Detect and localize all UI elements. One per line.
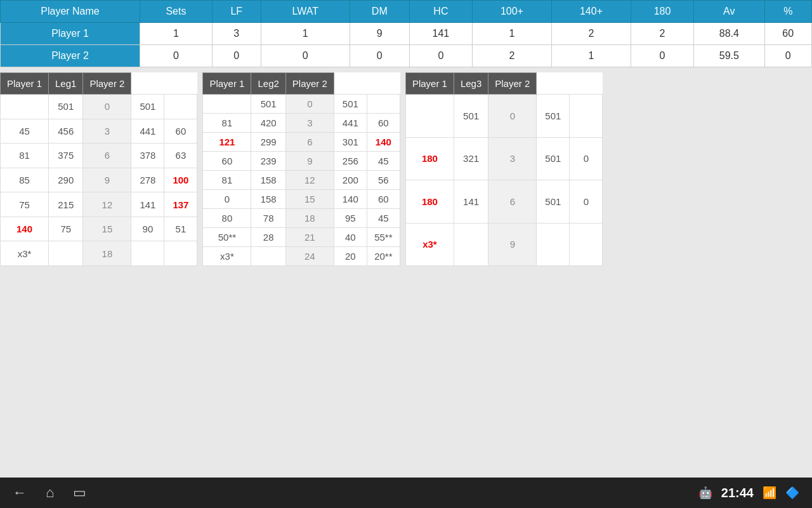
table-row: 01581514060 [203, 190, 400, 209]
p2-remaining: 20 [334, 247, 367, 266]
p2-remaining: 441 [131, 119, 164, 144]
leg-header: Leg2 [251, 73, 285, 95]
table-row: 5010501 [1, 95, 197, 119]
p2-remaining: 90 [131, 217, 164, 241]
table-row: 45456344160 [1, 119, 197, 144]
p1-score [203, 95, 251, 114]
p2-score: 60 [367, 114, 400, 133]
dart-count: 12 [83, 192, 131, 217]
dart-count: 18 [285, 209, 334, 228]
p2-score: 60 [367, 190, 400, 209]
table-row: 14075159051 [1, 217, 197, 241]
dart-count: 12 [285, 171, 334, 190]
remaining-score: 501 [49, 95, 83, 119]
remaining-score: 158 [251, 190, 285, 209]
table-row: 1212996301140 [203, 133, 400, 152]
table-row: x3*242020** [203, 247, 400, 266]
p2-score: 45 [367, 152, 400, 171]
remaining-score: 290 [49, 168, 83, 192]
leg-header: Player 1 [1, 73, 49, 95]
p2-remaining: 200 [334, 171, 367, 190]
p2-remaining: 95 [334, 209, 367, 228]
remaining-score: 78 [251, 209, 285, 228]
table-row: 852909278100 [1, 168, 197, 192]
p1-score: x3* [203, 247, 251, 266]
p2-score: 0 [570, 137, 603, 180]
wifi-icon: 📶 [763, 486, 776, 500]
dart-count: 24 [285, 247, 334, 266]
leg-header: Player 2 [285, 73, 334, 95]
dart-count: 9 [285, 152, 334, 171]
p2-score: 45 [367, 209, 400, 228]
back-icon[interactable]: ← [13, 485, 27, 501]
remaining-score: 299 [251, 133, 285, 152]
android-icon: 🤖 [698, 486, 712, 500]
home-icon[interactable]: ⌂ [46, 485, 54, 501]
table-row: 18014165010 [405, 180, 602, 224]
table-row: 5010501 [203, 95, 400, 114]
p2-remaining: 501 [537, 137, 570, 180]
table-row: 60239925645 [203, 152, 400, 171]
table-row: x3*9 [405, 223, 602, 266]
remaining-score: 158 [251, 171, 285, 190]
p2-score: 51 [164, 217, 197, 241]
p2-score: 20** [367, 247, 400, 266]
dart-count: 15 [83, 217, 131, 241]
remaining-score: 456 [49, 119, 83, 144]
p2-score: 56 [367, 171, 400, 190]
legs-container: Player 1Leg1Player 250105014545634416081… [0, 72, 812, 266]
p2-remaining: 501 [537, 95, 570, 138]
dart-count: 0 [83, 95, 131, 119]
leg-header: Player 2 [83, 73, 131, 95]
recent-icon[interactable]: ▭ [73, 485, 86, 501]
table-row: 8078189545 [203, 209, 400, 228]
remaining-score: 75 [49, 217, 83, 241]
dart-count: 3 [83, 119, 131, 144]
p2-remaining: 501 [131, 95, 164, 119]
p1-score: 0 [203, 190, 251, 209]
p2-score [164, 241, 197, 266]
p2-score [570, 95, 603, 138]
p1-score: x3* [405, 223, 454, 266]
p1-score: 81 [203, 114, 251, 133]
dart-count: 18 [83, 241, 131, 266]
remaining-score: 375 [49, 144, 83, 168]
status-bar: ← ⌂ ▭ 🤖 21:44 📶 🔷 [0, 478, 812, 508]
p2-remaining: 40 [334, 228, 367, 247]
p1-score: 50** [203, 228, 251, 247]
leg2-table: Player 1Leg2Player 250105018142034416012… [202, 72, 400, 266]
p2-score: 140 [367, 133, 400, 152]
p2-score: 0 [570, 180, 603, 224]
leg-header: Leg3 [454, 73, 488, 95]
dart-count: 9 [488, 223, 537, 266]
p2-remaining [131, 241, 164, 266]
remaining-score [251, 247, 285, 266]
p1-score: 140 [1, 217, 49, 241]
p2-score [164, 95, 197, 119]
table-row: 7521512141137 [1, 192, 197, 217]
p2-remaining: 140 [334, 190, 367, 209]
p1-score [1, 95, 49, 119]
leg-header: Player 2 [488, 73, 537, 95]
p2-remaining: 501 [537, 180, 570, 224]
leg3-table: Player 1Leg3Player 250105011803213501018… [405, 72, 603, 266]
p1-score: 75 [1, 192, 49, 217]
p1-score: 80 [203, 209, 251, 228]
p1-score: 81 [1, 144, 49, 168]
p2-remaining: 256 [334, 152, 367, 171]
dart-count: 21 [285, 228, 334, 247]
table-row: 811581220056 [203, 171, 400, 190]
leg-header: Player 1 [405, 73, 454, 95]
p2-remaining: 278 [131, 168, 164, 192]
leg1-table: Player 1Leg1Player 250105014545634416081… [0, 72, 197, 266]
dart-count: 3 [488, 137, 537, 180]
p1-score [405, 95, 454, 138]
table-row: 81420344160 [203, 114, 400, 133]
stats-table: Player NameSetsLFLWATDMHC100+140+180Av% … [0, 0, 812, 67]
p2-score: 100 [164, 168, 197, 192]
p2-remaining: 378 [131, 144, 164, 168]
remaining-score [454, 223, 488, 266]
p2-score: 60 [164, 119, 197, 144]
p2-remaining: 141 [131, 192, 164, 217]
remaining-score [49, 241, 83, 266]
